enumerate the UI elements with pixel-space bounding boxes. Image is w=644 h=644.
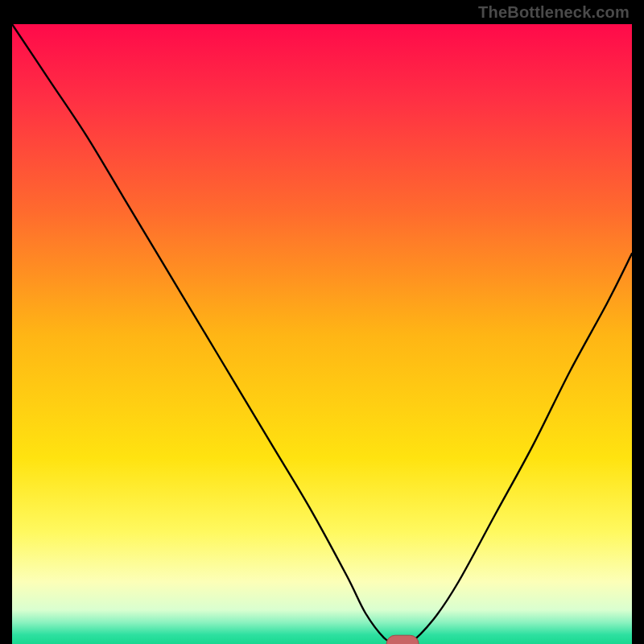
bottleneck-marker — [386, 635, 419, 644]
watermark-label: TheBottleneck.com — [478, 3, 630, 22]
gradient-background — [12, 24, 632, 644]
plot-area — [12, 24, 632, 644]
chart-container: TheBottleneck.com — [0, 0, 644, 644]
plot-svg — [12, 24, 632, 644]
